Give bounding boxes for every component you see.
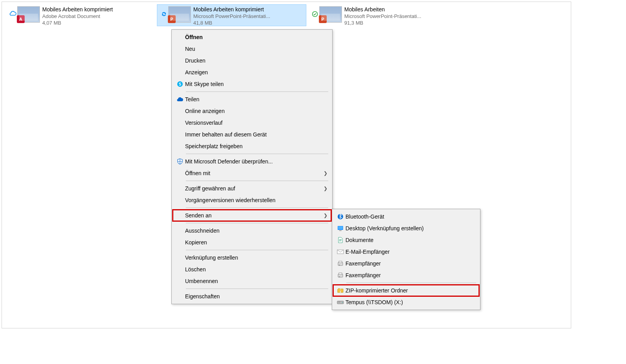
menu-item[interactable]: Neu (173, 43, 331, 55)
submenu-item[interactable]: Faxempfänger (333, 258, 479, 269)
file-list: A Mobiles Arbeiten komprimiert Adobe Acr… (2, 2, 571, 26)
submenu-label: E-Mail-Empfänger (345, 249, 475, 255)
submenu-label: Faxempfänger (345, 260, 475, 267)
blank-icon (175, 107, 185, 115)
blank-icon (175, 254, 185, 262)
menu-item[interactable]: Verknüpfung erstellen (173, 252, 331, 264)
blank-icon (175, 238, 185, 246)
file-type-label: Microsoft PowerPoint-Präsentati... (344, 13, 455, 20)
submenu-item[interactable]: Bluetooth-Gerät (333, 211, 479, 222)
svg-rect-5 (338, 226, 343, 229)
blank-icon (175, 277, 185, 285)
blank-icon (175, 68, 185, 76)
file-item[interactable]: A Mobiles Arbeiten komprimiert Adobe Acr… (6, 4, 155, 26)
synced-icon (311, 6, 319, 17)
cloud-blue-icon (175, 95, 185, 103)
menu-item[interactable]: SMit Skype teilen (173, 78, 331, 90)
menu-item[interactable]: Eigenschaften (173, 290, 331, 302)
context-menu[interactable]: ÖffnenNeuDruckenAnzeigenSMit Skype teile… (171, 29, 333, 304)
menu-item[interactable]: Kopieren (173, 237, 331, 248)
file-type-label: Microsoft PowerPoint-Präsentati... (193, 13, 304, 20)
file-size: 4,07 MB (42, 20, 153, 26)
submenu-label: Faxempfänger (345, 272, 475, 278)
menu-label: Umbenennen (185, 278, 327, 284)
menu-item[interactable]: Öffnen (173, 31, 331, 43)
svg-rect-12 (339, 261, 342, 263)
menu-item[interactable]: Speicherplatz freigeben (173, 140, 331, 152)
svg-rect-18 (340, 289, 341, 290)
svg-rect-6 (339, 230, 342, 231)
menu-separator (186, 250, 328, 250)
svg-rect-23 (338, 302, 340, 302)
file-thumbnail: P (319, 6, 342, 23)
blank-icon (175, 212, 185, 219)
blank-icon (175, 169, 185, 177)
menu-item[interactable]: Teilen (173, 93, 331, 105)
menu-label: Eigenschaften (185, 293, 327, 299)
submenu-label: Bluetooth-Gerät (345, 213, 475, 220)
submenu-label: ZIP-komprimierter Ordner (345, 287, 475, 294)
menu-label: Drucken (185, 57, 327, 64)
svg-rect-20 (340, 291, 341, 291)
bluetooth-icon (335, 213, 345, 220)
file-item-selected[interactable]: P Mobiles Arbeiten komprimiert Microsoft… (157, 4, 306, 26)
menu-label: Mit Microsoft Defender überprüfen... (185, 158, 327, 165)
file-thumbnail: A (17, 6, 40, 23)
desktop-icon (335, 226, 345, 231)
submenu-item[interactable]: Dokumente (333, 234, 479, 246)
submenu-label: Dokumente (345, 237, 475, 243)
blank-icon (175, 119, 185, 127)
menu-label: Kopieren (185, 239, 327, 246)
menu-separator (186, 223, 328, 223)
menu-separator (346, 283, 476, 283)
chevron-right-icon: ❯ (324, 170, 327, 176)
submenu-item[interactable]: ZIP-komprimierter Ordner (333, 285, 479, 296)
menu-item[interactable]: Versionsverlauf (173, 117, 331, 129)
menu-separator (186, 181, 328, 181)
sync-icon (160, 6, 168, 17)
menu-label: Immer behalten auf diesem Gerät (185, 131, 327, 138)
blank-icon (175, 227, 185, 235)
blank-icon (175, 265, 185, 273)
menu-item[interactable]: Anzeigen (173, 66, 331, 78)
menu-item[interactable]: Online anzeigen (173, 105, 331, 117)
menu-item[interactable]: Öffnen mit❯ (173, 167, 331, 179)
menu-label: Zugriff gewähren auf (185, 185, 324, 192)
menu-item[interactable]: Drucken (173, 55, 331, 66)
file-thumbnail: P (168, 6, 191, 23)
file-name: Mobiles Arbeiten komprimiert (193, 6, 304, 13)
defender-icon (175, 158, 185, 165)
menu-item[interactable]: Vorgängerversionen wiederherstellen (173, 194, 331, 206)
file-name: Mobiles Arbeiten (344, 6, 455, 13)
fax-icon (335, 261, 345, 266)
menu-label: Speicherplatz freigeben (185, 143, 327, 149)
menu-label: Anzeigen (185, 69, 327, 75)
blank-icon (175, 131, 185, 138)
submenu-item[interactable]: Tempus (\\TSDOM) (X:) (333, 296, 479, 308)
chevron-right-icon: ❯ (324, 186, 327, 191)
svg-rect-7 (339, 239, 342, 240)
menu-item[interactable]: Senden an❯ (173, 210, 331, 221)
submenu-item[interactable]: Faxempfänger (333, 269, 479, 281)
ppt-badge-icon: P (168, 15, 176, 23)
skype-icon: S (175, 80, 185, 88)
menu-label: Versionsverlauf (185, 120, 327, 126)
menu-item[interactable]: Löschen (173, 264, 331, 275)
svg-point-22 (342, 302, 343, 303)
menu-item[interactable]: Zugriff gewähren auf❯ (173, 183, 331, 194)
menu-separator (186, 154, 328, 154)
file-size: 91,3 MB (344, 20, 455, 26)
ppt-badge-icon: P (319, 15, 327, 23)
blank-icon (175, 57, 185, 65)
file-item[interactable]: P Mobiles Arbeiten Microsoft PowerPoint-… (308, 4, 457, 26)
send-to-submenu[interactable]: Bluetooth-GerätDesktop (Verknüpfung erst… (332, 209, 480, 310)
file-type-label: Adobe Acrobat Document (42, 13, 153, 20)
menu-item[interactable]: Umbenennen (173, 275, 331, 287)
menu-item[interactable]: Mit Microsoft Defender überprüfen... (173, 156, 331, 167)
submenu-item[interactable]: Desktop (Verknüpfung erstellen) (333, 222, 479, 234)
submenu-item[interactable]: E-Mail-Empfänger (333, 246, 479, 258)
menu-item[interactable]: Ausschneiden (173, 225, 331, 237)
fax-icon (335, 273, 345, 278)
svg-rect-15 (339, 273, 342, 274)
menu-item[interactable]: Immer behalten auf diesem Gerät (173, 129, 331, 140)
